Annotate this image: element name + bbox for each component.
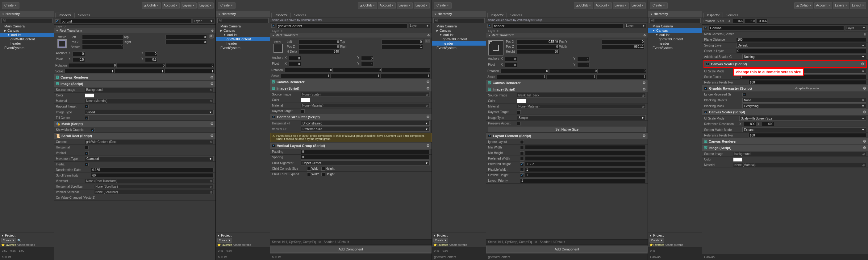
tab-fav-2[interactable]: ⭐Favorites — [217, 244, 232, 247]
canvas-renderer-gear-4[interactable]: ⚙ — [863, 139, 866, 144]
rot-x-1[interactable] — [68, 63, 117, 68]
obj-name-field-4[interactable] — [708, 26, 844, 31]
rect-posz-3[interactable] — [517, 44, 559, 49]
imagetype-dropdown-1[interactable]: Sliced▼ — [85, 110, 214, 115]
mask-gear-1[interactable]: ⚙ — [210, 122, 214, 126]
movement-dropdown-1[interactable]: Clamped▼ — [85, 156, 214, 161]
scale-z-3[interactable] — [597, 75, 646, 79]
minheight-val-3[interactable] — [525, 151, 646, 155]
layers-button-1[interactable]: Layers ▼ — [181, 2, 197, 9]
anchor-y-2[interactable] — [361, 56, 373, 61]
cs2-gear-4[interactable]: ⚙ — [863, 110, 866, 114]
spacing-2[interactable] — [301, 155, 430, 159]
create-button-1[interactable]: Create ▼ — [2, 2, 20, 9]
scale-z-2[interactable] — [381, 74, 430, 78]
obj-enable-3[interactable] — [487, 24, 491, 28]
hier-grid-4[interactable]: gridWithContent — [648, 37, 702, 41]
csf-gear-2[interactable]: ⚙ — [426, 115, 430, 119]
source-image-3[interactable]: blank_list_back◎ — [517, 93, 646, 98]
rect-top-1[interactable] — [165, 35, 207, 39]
flexheight-val-3[interactable] — [525, 173, 646, 178]
collab-button-2[interactable]: ☁ Collab ▼ — [358, 2, 377, 9]
source-image-2[interactable]: None (Sprite)◎ — [301, 92, 430, 97]
hier-search-2[interactable] — [217, 18, 269, 23]
padding-2[interactable] — [301, 149, 430, 154]
tab-favorites-1[interactable]: ⭐Favorites — [1, 244, 16, 247]
anchor-x-1[interactable] — [72, 51, 85, 56]
cs2-enable-4[interactable] — [704, 111, 707, 114]
image-gear-3[interactable]: ⚙ — [642, 87, 646, 91]
stretch-label-1[interactable]: stretch — [56, 35, 68, 49]
gr-gear-4[interactable]: ⚙ — [863, 86, 866, 90]
color-swatch-1[interactable] — [85, 94, 94, 98]
obj-enable-2[interactable] — [271, 24, 275, 28]
collab-button-4[interactable]: ☁ Collab ▼ — [794, 2, 813, 9]
hier-ourlist-3[interactable]: ▼ourList — [432, 33, 486, 37]
source-image-1[interactable]: Background◎ — [85, 87, 214, 92]
layers-button-4[interactable]: Layers ▼ — [833, 2, 849, 9]
hier-mc-3[interactable]: Main Camera — [432, 24, 486, 28]
hier-item-header-1[interactable]: header — [0, 41, 54, 46]
hfit-dropdown-2[interactable]: Unconstrained▼ — [301, 121, 430, 126]
anchor-y-1[interactable] — [145, 51, 157, 56]
account-button-4[interactable]: Account ▼ — [814, 2, 832, 9]
playdist-4[interactable] — [736, 37, 866, 42]
hier-item-gridwithcontent-1[interactable]: gridWithContent — [0, 37, 54, 41]
obj-name-field-3[interactable] — [492, 24, 623, 28]
prefheight-val-3[interactable] — [525, 162, 646, 166]
prefwidth-val-3[interactable] — [525, 156, 646, 161]
pivot-x-3[interactable] — [505, 63, 517, 68]
flexheight-cb-3[interactable] — [520, 174, 524, 177]
material-2[interactable]: None (Material)◎ — [301, 103, 430, 108]
rect-transform-header-1[interactable]: Rect Transform ⚙ — [54, 28, 215, 33]
gr-ignorereverse-cb-4[interactable] — [742, 93, 746, 97]
flexwidth-val-3[interactable] — [525, 167, 646, 172]
stretch-widget-2[interactable] — [274, 44, 283, 53]
prefheight-cb-3[interactable] — [520, 162, 524, 166]
set-native-size-btn-3[interactable]: Set Native Size — [488, 126, 646, 132]
tab-prefabs-4[interactable]: prefabs — [674, 244, 683, 247]
childwidth-label-2[interactable]: Width — [307, 167, 319, 171]
minheight-cb-3[interactable] — [520, 151, 524, 155]
rect-r-btn-1[interactable]: R — [209, 34, 214, 38]
vlg-enable-2[interactable] — [272, 144, 275, 147]
image-gear-2[interactable]: ⚙ — [426, 86, 430, 90]
hier-item-main-camera-2[interactable]: Main Camera — [216, 24, 270, 28]
hier-item-header-2[interactable]: header — [216, 41, 270, 46]
canvas-rot-x[interactable] — [733, 19, 744, 24]
tab-services-4[interactable]: Services — [723, 13, 741, 17]
flexwidth-cb-3[interactable] — [520, 168, 524, 172]
addshader-dropdown-4[interactable]: Nothing▼ — [742, 54, 866, 59]
rect-left-1[interactable] — [82, 35, 123, 39]
hier-item-eventsystem-1[interactable]: EventSystem — [0, 46, 54, 50]
viewport-1[interactable]: None (Rect Transform)◎ — [85, 179, 214, 183]
material-3[interactable]: None (Material)◎ — [517, 104, 646, 109]
cs2-refpx-4[interactable] — [748, 133, 866, 138]
deceleration-input-1[interactable] — [91, 168, 214, 172]
rot-z-1[interactable] — [166, 63, 214, 68]
rect-anchor-widget-3[interactable] — [488, 40, 503, 55]
project-create-4[interactable]: Create ▼ — [649, 238, 664, 243]
canvas-renderer-gear-3[interactable]: ⚙ — [642, 81, 646, 85]
rect-gear-3[interactable]: ⚙ — [643, 34, 646, 37]
obj-enable-4[interactable] — [704, 26, 707, 30]
cs1-gear-4[interactable]: ⚙ — [861, 62, 864, 66]
project-create-3[interactable]: Create ▼ — [433, 238, 448, 243]
tab-prefabs-1[interactable]: prefabs — [26, 244, 35, 247]
hier-item-eventsystem-2[interactable]: EventSystem — [216, 46, 270, 50]
hier-grid-3[interactable]: gridWithContent — [432, 37, 486, 41]
tab-assets-4[interactable]: Assets — [665, 244, 673, 247]
rot-x-3[interactable] — [500, 69, 549, 73]
stretch-widget-1[interactable] — [57, 39, 67, 48]
hscrollbar-1[interactable]: None (Scrollbar)◎ — [94, 184, 214, 189]
layers-button-3[interactable]: Layers ▼ — [613, 2, 629, 9]
tab-fav-3[interactable]: ⭐Favorites — [433, 244, 448, 247]
rot-y-3[interactable] — [549, 69, 598, 73]
ignorelayout-checkbox-3[interactable] — [520, 140, 524, 144]
tab-services-3[interactable]: Services — [507, 13, 525, 17]
vlg-gear-2[interactable]: ⚙ — [426, 144, 430, 148]
rect-height-3[interactable] — [517, 49, 559, 54]
layout-button-4[interactable]: Layout ▼ — [850, 2, 866, 9]
canvas-renderer-gear-1[interactable]: ⚙ — [210, 75, 214, 79]
hier-fold-2[interactable] — [218, 12, 220, 16]
